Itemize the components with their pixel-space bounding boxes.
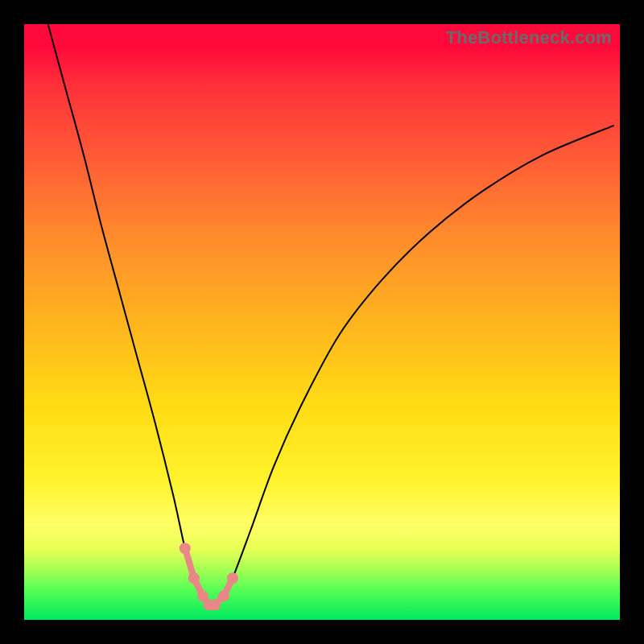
- trough-dot: [227, 572, 238, 584]
- chart-plot-area: TheBottleneck.com: [24, 24, 620, 620]
- trough-dots-group: [180, 543, 238, 610]
- chart-svg: [24, 24, 620, 620]
- trough-dot: [180, 543, 191, 554]
- bottleneck-curve: [48, 24, 614, 606]
- trough-dot: [188, 572, 200, 584]
- trough-dot: [209, 600, 221, 611]
- trough-dot: [218, 590, 229, 601]
